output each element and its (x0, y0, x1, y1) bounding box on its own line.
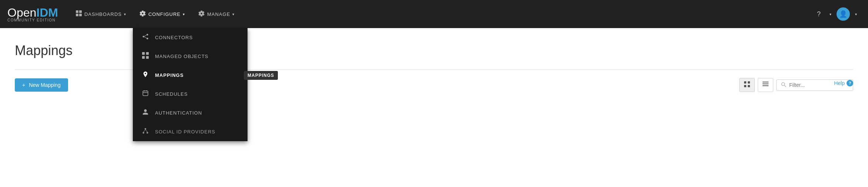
svg-rect-13 (143, 91, 148, 96)
configure-caret: ▾ (183, 12, 185, 16)
configure-wrap: CONFIGURE ▾ CONNECTORS MANAGED OB (133, 0, 192, 28)
menu-item-mappings[interactable]: MAPPINGS Mappings (133, 66, 248, 85)
svg-rect-26 (763, 82, 768, 82)
dashboards-icon (76, 10, 82, 18)
social-providers-icon (142, 127, 149, 136)
nav-item-manage[interactable]: MANAGE ▾ (192, 0, 241, 28)
navbar: Open IDM COMMUNITY EDITION DASHBOARDS ▾ … (0, 0, 868, 28)
grid-view-button[interactable] (739, 78, 755, 92)
social-id-providers-label: SOCIAL ID PROVIDERS (155, 129, 215, 135)
grid-view-icon (744, 82, 750, 88)
help-icon: ? (847, 80, 853, 86)
logo[interactable]: Open IDM COMMUNITY EDITION (7, 6, 58, 22)
help-label: Help (834, 80, 845, 86)
logo-open: Open (7, 6, 36, 20)
manage-icon (198, 10, 205, 18)
help-dropdown-caret: ▾ (830, 12, 831, 16)
user-avatar-icon: 👤 (839, 10, 847, 18)
mappings-icon (142, 71, 149, 79)
nav-item-configure[interactable]: CONFIGURE ▾ (133, 0, 192, 28)
schedules-label: SCHEDULES (155, 91, 188, 97)
menu-item-managed-objects[interactable]: MANAGED OBJECTS (133, 47, 248, 66)
new-mapping-plus-icon: + (22, 82, 25, 88)
svg-line-8 (144, 37, 147, 38)
list-view-button[interactable] (758, 78, 773, 92)
svg-rect-27 (763, 84, 768, 84)
svg-line-7 (144, 35, 147, 36)
filter-search-icon (781, 82, 786, 88)
help-caret-button[interactable]: ▾ (826, 9, 835, 19)
menu-item-connectors[interactable]: CONNECTORS (133, 28, 248, 47)
svg-point-29 (781, 82, 784, 85)
logo-idm: IDM (36, 6, 58, 20)
svg-rect-11 (142, 56, 145, 59)
nav-item-dashboards[interactable]: DASHBOARDS ▾ (69, 0, 133, 28)
user-caret-button[interactable]: ▾ (851, 9, 861, 19)
svg-rect-0 (76, 10, 78, 13)
managed-objects-label: MANAGED OBJECTS (155, 54, 208, 59)
svg-rect-22 (744, 81, 746, 84)
svg-line-21 (145, 130, 147, 132)
dashboards-label: DASHBOARDS (84, 11, 122, 17)
menu-item-social-id-providers[interactable]: SOCIAL ID PROVIDERS (133, 122, 248, 141)
page-content: Help ? Mappings + New Mapping (0, 28, 868, 187)
dashboards-caret: ▾ (124, 12, 126, 16)
svg-rect-9 (142, 52, 145, 55)
svg-point-4 (142, 36, 144, 38)
connectors-label: CONNECTORS (155, 35, 193, 40)
svg-point-6 (147, 38, 148, 40)
configure-icon (139, 10, 146, 18)
new-mapping-button[interactable]: + New Mapping (15, 78, 68, 92)
new-mapping-label: New Mapping (29, 82, 61, 88)
svg-rect-3 (79, 14, 82, 16)
managed-objects-icon (142, 52, 149, 61)
svg-line-30 (784, 85, 786, 87)
nav-right: ? ▾ 👤 ▾ (813, 7, 861, 21)
manage-label: MANAGE (207, 11, 230, 17)
configure-label: CONFIGURE (148, 11, 181, 17)
help-nav-icon: ? (817, 10, 821, 18)
menu-item-schedules[interactable]: SCHEDULES (133, 85, 248, 103)
user-avatar-button[interactable]: 👤 (837, 7, 850, 21)
svg-rect-12 (146, 56, 149, 59)
configure-dropdown: CONNECTORS MANAGED OBJECTS MAPPINGS (133, 28, 248, 141)
manage-caret: ▾ (232, 12, 235, 16)
authentication-label: AUTHENTICATION (155, 110, 202, 116)
nav-items: DASHBOARDS ▾ CONFIGURE ▾ CONNECTORS (69, 0, 813, 28)
svg-point-19 (147, 132, 148, 134)
connectors-icon (142, 33, 149, 42)
svg-rect-24 (744, 85, 746, 87)
svg-rect-10 (146, 52, 149, 55)
svg-rect-2 (76, 14, 78, 16)
svg-rect-28 (763, 85, 768, 86)
schedules-icon (142, 90, 149, 98)
help-nav-button[interactable]: ? (813, 7, 824, 21)
svg-rect-23 (748, 81, 750, 84)
menu-item-authentication[interactable]: AUTHENTICATION (133, 103, 248, 122)
authentication-icon (142, 109, 149, 117)
svg-point-18 (142, 132, 144, 134)
svg-line-20 (144, 130, 145, 132)
svg-rect-1 (79, 10, 82, 13)
user-dropdown-caret: ▾ (855, 12, 857, 16)
logo-subtitle: COMMUNITY EDITION (7, 18, 55, 22)
svg-point-17 (145, 128, 147, 130)
mappings-label: MAPPINGS (155, 72, 184, 78)
svg-point-5 (147, 34, 148, 36)
help-link[interactable]: Help ? (834, 80, 853, 86)
svg-rect-25 (748, 85, 750, 87)
list-view-icon (763, 82, 768, 88)
